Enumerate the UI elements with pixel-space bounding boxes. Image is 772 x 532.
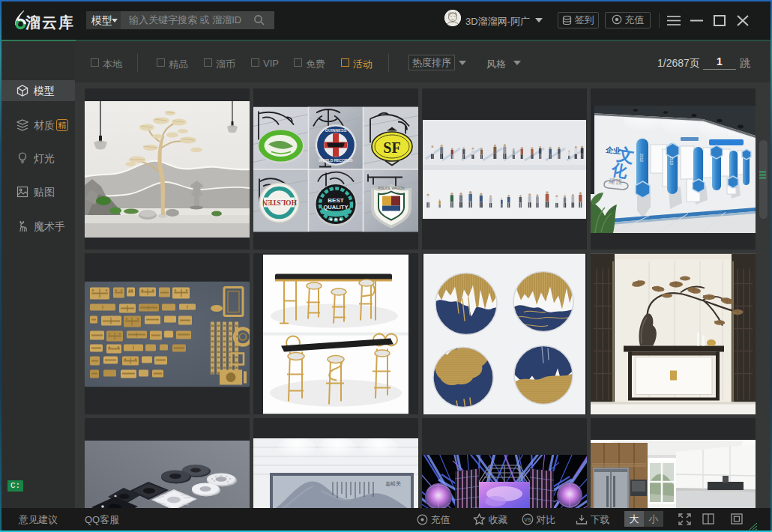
svg-text:HOLSTEN: HOLSTEN bbox=[262, 198, 297, 205]
svg-text:★★★: ★★★ bbox=[329, 216, 343, 221]
svg-text:QUALITY: QUALITY bbox=[324, 203, 349, 210]
svg-text:2013: 2013 bbox=[669, 157, 674, 165]
svg-text:嘉峪关: 嘉峪关 bbox=[385, 480, 401, 487]
svg-text:POLICE WAGON: POLICE WAGON bbox=[378, 186, 404, 190]
svg-text:GUINNESS: GUINNESS bbox=[325, 127, 347, 132]
svg-text:2012: 2012 bbox=[639, 154, 644, 162]
svg-text:VS: VS bbox=[524, 517, 531, 522]
svg-text:BEST: BEST bbox=[328, 196, 343, 203]
svg-text:WORLD RECORDS: WORLD RECORDS bbox=[319, 157, 353, 162]
svg-text:SF: SF bbox=[383, 139, 400, 155]
